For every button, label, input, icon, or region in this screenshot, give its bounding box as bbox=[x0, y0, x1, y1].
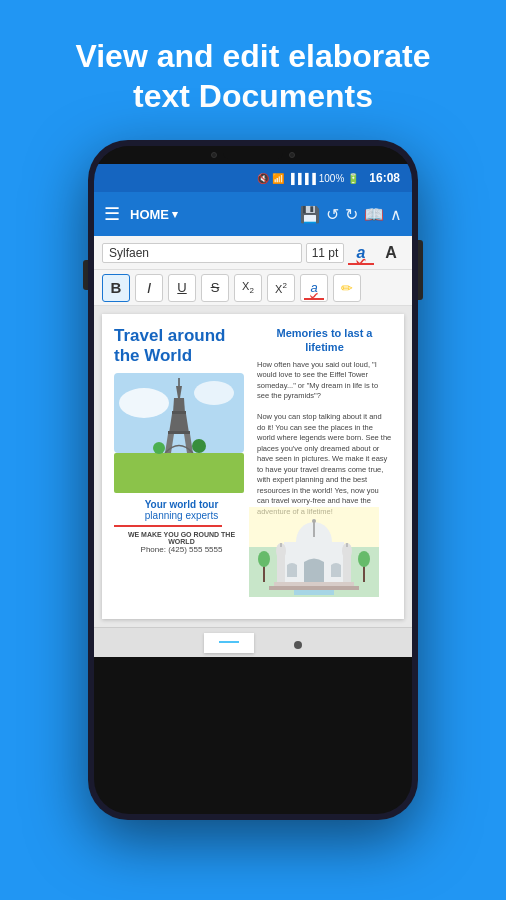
svg-rect-1 bbox=[114, 453, 244, 493]
home-label: HOME bbox=[130, 207, 169, 222]
doc-left-column: Travel around the World bbox=[114, 326, 249, 607]
subscript-button[interactable]: X2 bbox=[234, 274, 262, 302]
anchor-icon bbox=[294, 641, 302, 649]
doc-bottom-left: Your world tour planning experts WE MAKE… bbox=[114, 499, 249, 554]
svg-point-2 bbox=[119, 388, 169, 418]
mute-icon: 🔇 bbox=[257, 173, 269, 184]
svg-rect-12 bbox=[161, 453, 197, 456]
home-dropdown[interactable]: HOME ▾ bbox=[130, 207, 178, 222]
highlight-button[interactable]: ✏ bbox=[333, 274, 361, 302]
doc-body-text: How often have you said out loud, "I wou… bbox=[257, 360, 392, 518]
superscript-button[interactable]: X2 bbox=[267, 274, 295, 302]
doc-subtitle: Memories to last a lifetime bbox=[257, 326, 392, 355]
font-size-selector[interactable]: 11 pt bbox=[306, 243, 344, 263]
signal-icon: ▐▐▐▐ bbox=[287, 173, 315, 184]
phone-notch bbox=[223, 151, 283, 159]
headline-line2: text Documents bbox=[133, 78, 373, 114]
camera-left bbox=[211, 152, 217, 158]
we-make-text: WE MAKE YOU GO ROUND THE WORLD bbox=[114, 531, 249, 545]
svg-rect-30 bbox=[294, 590, 334, 595]
wifi-icon: 📶 bbox=[272, 173, 284, 184]
status-time: 16:08 bbox=[369, 171, 400, 185]
menu-icon[interactable]: ☰ bbox=[104, 203, 120, 225]
italic-icon: I bbox=[147, 279, 151, 296]
status-icons: 🔇 📶 ▐▐▐▐ 100% 🔋 bbox=[257, 173, 359, 184]
italic-button[interactable]: I bbox=[135, 274, 163, 302]
phone-text: Phone: (425) 555 5555 bbox=[114, 545, 249, 554]
redo-icon[interactable]: ↻ bbox=[345, 205, 358, 224]
divider-red bbox=[114, 525, 222, 527]
format-bar-1: Sylfaen 11 pt a A bbox=[94, 236, 412, 270]
svg-marker-6 bbox=[173, 398, 185, 413]
svg-marker-8 bbox=[169, 414, 189, 433]
svg-point-3 bbox=[194, 381, 234, 405]
svg-point-32 bbox=[258, 551, 270, 567]
superscript-icon: X2 bbox=[275, 281, 287, 295]
style-a-colored-btn[interactable]: a bbox=[348, 240, 374, 266]
toolbar: ☰ HOME ▾ 💾 ↺ ↻ 📖 ∧ bbox=[94, 192, 412, 236]
world-tour-sub: planning experts bbox=[114, 510, 249, 521]
font-name-selector[interactable]: Sylfaen bbox=[102, 243, 302, 263]
doc-main-title: Travel around the World bbox=[114, 326, 249, 367]
bold-button[interactable]: B bbox=[102, 274, 130, 302]
svg-point-34 bbox=[358, 551, 370, 567]
svg-rect-7 bbox=[172, 411, 186, 414]
headline-text: View and edit elaborate text Documents bbox=[35, 0, 470, 136]
undo-icon[interactable]: ↺ bbox=[326, 205, 339, 224]
taj-mahal-image bbox=[249, 507, 379, 597]
headline-line1: View and edit elaborate bbox=[75, 38, 430, 74]
format-bar-2: B I U S X2 X2 a ✏ bbox=[94, 270, 412, 306]
camera-right bbox=[289, 152, 295, 158]
color-a-button[interactable]: a bbox=[300, 274, 328, 302]
underline-button[interactable]: U bbox=[168, 274, 196, 302]
underline-icon: U bbox=[177, 280, 186, 295]
svg-point-13 bbox=[153, 442, 165, 454]
doc-right-column: Memories to last a lifetime How often ha… bbox=[257, 326, 392, 607]
dropdown-icon: ▾ bbox=[172, 208, 178, 221]
page-bottom-left bbox=[204, 633, 254, 653]
battery-icon: 🔋 bbox=[347, 173, 359, 184]
bold-icon: B bbox=[111, 279, 122, 296]
save-icon[interactable]: 💾 bbox=[300, 205, 320, 224]
status-bar: 🔇 📶 ▐▐▐▐ 100% 🔋 16:08 bbox=[94, 164, 412, 192]
svg-rect-19 bbox=[296, 542, 332, 547]
style-a-plain-btn[interactable]: A bbox=[378, 240, 404, 266]
book-icon[interactable]: 📖 bbox=[364, 205, 384, 224]
strikethrough-icon: S bbox=[211, 280, 220, 295]
document-page: Travel around the World bbox=[102, 314, 404, 619]
subscript-icon: X2 bbox=[242, 280, 254, 295]
svg-rect-9 bbox=[168, 431, 190, 434]
strikethrough-button[interactable]: S bbox=[201, 274, 229, 302]
svg-point-21 bbox=[312, 519, 316, 523]
world-tour-title: Your world tour bbox=[114, 499, 249, 510]
bottom-page-peek bbox=[94, 627, 412, 657]
battery-text: 100% bbox=[319, 173, 345, 184]
side-button-right bbox=[418, 240, 423, 300]
phone-device: 🔇 📶 ▐▐▐▐ 100% 🔋 16:08 ☰ HOME ▾ 💾 ↺ ↻ bbox=[88, 140, 418, 820]
document-area: Travel around the World bbox=[94, 306, 412, 657]
phone-inner: 🔇 📶 ▐▐▐▐ 100% 🔋 16:08 ☰ HOME ▾ 💾 ↺ ↻ bbox=[94, 146, 412, 814]
svg-rect-28 bbox=[274, 582, 354, 586]
expand-icon[interactable]: ∧ bbox=[390, 205, 402, 224]
svg-point-14 bbox=[192, 439, 206, 453]
svg-rect-29 bbox=[269, 586, 359, 590]
phone-frame: 🔇 📶 ▐▐▐▐ 100% 🔋 16:08 ☰ HOME ▾ 💾 ↺ ↻ bbox=[88, 140, 418, 820]
eiffel-tower-image bbox=[114, 373, 249, 493]
